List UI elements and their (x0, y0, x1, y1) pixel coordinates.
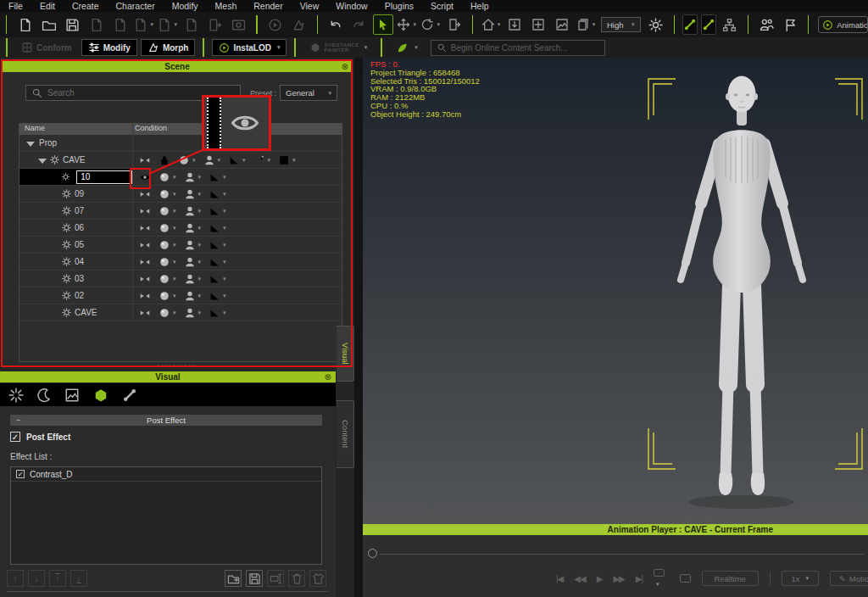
material-sphere-icon[interactable] (159, 307, 170, 319)
dropdown-arrow-icon[interactable]: ▾ (174, 21, 177, 28)
tab-background-icon[interactable] (64, 388, 80, 403)
character-model[interactable] (363, 58, 868, 524)
move-up-button[interactable]: ↑ (7, 570, 24, 587)
camera-view-button[interactable] (552, 14, 572, 35)
save-effect-button[interactable] (246, 570, 263, 587)
menu-render[interactable]: Render (245, 1, 291, 11)
material-sphere-icon[interactable] (159, 239, 170, 251)
scale-tool-button[interactable] (444, 14, 465, 35)
dropdown-arrow-icon[interactable]: ▾ (242, 157, 246, 164)
conform-button[interactable]: Conform (15, 39, 78, 56)
material-sphere-icon[interactable] (159, 290, 170, 302)
realtime-button[interactable]: Realtime (702, 571, 759, 586)
modify-button[interactable]: Modify (81, 39, 137, 56)
zoom-extents-button[interactable] (528, 14, 548, 35)
tab-atmosphere-icon[interactable] (8, 388, 24, 403)
material-sphere-icon[interactable] (159, 256, 170, 268)
scene-search-input[interactable]: Search (25, 85, 241, 101)
timeline-playhead[interactable] (368, 549, 377, 558)
dropdown-arrow-icon[interactable]: ▾ (413, 21, 416, 28)
tree-expander-icon[interactable] (38, 159, 47, 164)
dropdown-arrow-icon[interactable]: ▾ (173, 174, 176, 181)
avatar-icon[interactable] (184, 290, 196, 302)
wireframe-icon[interactable] (209, 239, 220, 251)
tree-row-05[interactable]: 05 ▾▾▾ (19, 237, 342, 254)
tree-row-cave-child[interactable]: CAVE ▾▾▾ (19, 304, 342, 321)
skeleton-hierarchy-button[interactable] (720, 14, 740, 35)
tab-posteffect-icon-active[interactable] (92, 387, 109, 404)
side-tab-content[interactable]: Content (337, 400, 354, 468)
menu-create[interactable]: Create (64, 1, 108, 11)
post-effect-section-header[interactable]: − Post Effect (10, 415, 322, 426)
material-sphere-icon[interactable] (159, 188, 170, 200)
player-resize-handle[interactable]: ·········· (685, 517, 725, 522)
wireframe-icon[interactable] (209, 290, 220, 302)
motion-button[interactable]: ✎Motion (830, 571, 868, 586)
grid-icon[interactable] (278, 154, 290, 166)
move-tool-button[interactable]: ▾ (397, 14, 417, 35)
lock-icon[interactable] (159, 154, 170, 166)
menu-help[interactable]: Help (462, 1, 498, 11)
dropdown-arrow-icon[interactable]: ▾ (364, 44, 368, 51)
last-frame-button[interactable]: ▶| (636, 574, 643, 583)
characters-button[interactable] (756, 14, 776, 35)
close-icon[interactable]: ⊗ (325, 371, 331, 382)
menu-edit[interactable]: Edit (31, 1, 64, 11)
open-project-button[interactable] (38, 14, 58, 35)
dropdown-arrow-icon[interactable]: ▾ (277, 44, 281, 51)
select-tool-button[interactable] (373, 14, 393, 35)
dropdown-arrow-icon[interactable]: ▾ (198, 174, 202, 181)
avatar-icon[interactable] (184, 239, 196, 251)
apply-effect-button[interactable] (309, 570, 326, 587)
menu-file[interactable]: File (0, 1, 31, 11)
material-sphere-icon[interactable] (159, 205, 170, 217)
export-usd-button[interactable] (181, 14, 201, 35)
menu-view[interactable]: View (292, 1, 328, 11)
comment-button[interactable] (680, 574, 690, 583)
home-view-button[interactable]: ▾ (481, 14, 501, 35)
dropdown-arrow-icon[interactable]: ▾ (223, 174, 226, 181)
avatar-icon[interactable] (184, 222, 196, 234)
viewport-3d[interactable]: FPS : 0. Project Triangle : 658468 Selec… (363, 58, 868, 524)
wireframe-icon[interactable] (209, 307, 220, 319)
visibility-off-icon[interactable] (139, 307, 151, 319)
tree-row-04[interactable]: 04 ▾▾▾ (19, 254, 342, 271)
send-to-button[interactable] (204, 14, 225, 35)
visibility-off-icon[interactable] (139, 290, 151, 302)
dropdown-arrow-icon[interactable]: ▾ (593, 21, 596, 28)
scene-panel-header[interactable]: Scene ⊗ (2, 61, 353, 72)
visibility-off-icon[interactable] (139, 222, 151, 234)
fast-forward-button[interactable]: ▶▶ (613, 574, 624, 583)
move-bottom-button[interactable]: ↓ (70, 570, 87, 587)
material-sphere-icon[interactable] (159, 222, 170, 234)
wireframe-icon[interactable] (228, 154, 240, 166)
tree-row-02[interactable]: 02 ▾▾▾ (19, 287, 342, 304)
column-name[interactable]: Name (19, 124, 132, 135)
substance-painter-button[interactable]: SUBSTANCE PAINTER ▾ (303, 39, 373, 56)
play-button[interactable]: ▶ (597, 574, 603, 583)
tree-row-10-selected[interactable]: 10 ▾ ▾ ▾ (19, 169, 342, 186)
rotate-tool-button[interactable]: ▾ (420, 14, 441, 35)
visibility-off-icon[interactable] (139, 188, 151, 200)
visibility-off-icon[interactable] (139, 256, 151, 268)
flag-button[interactable] (780, 14, 800, 35)
visual-panel-header[interactable]: Visual ⊗ (0, 371, 336, 382)
effect-checkbox[interactable]: ✓ (16, 470, 25, 478)
avatar-icon[interactable] (184, 171, 196, 183)
avatar-icon[interactable] (184, 256, 196, 268)
online-content-search[interactable]: Begin Online Content Search... (431, 40, 605, 56)
move-down-button[interactable]: ↓ (28, 570, 45, 587)
instalod-button[interactable]: InstaLOD ▾ (212, 39, 287, 56)
rewind-button[interactable]: ◀◀ (574, 574, 585, 583)
tree-row-06[interactable]: 06 ▾▾▾ (19, 220, 342, 237)
save-project-button[interactable] (62, 14, 82, 35)
wireframe-icon[interactable] (209, 256, 220, 268)
visibility-off-icon[interactable] (139, 239, 151, 251)
undo-button[interactable] (326, 14, 346, 35)
visibility-off-icon[interactable] (139, 273, 151, 285)
quality-dropdown[interactable]: High ▾ (601, 17, 641, 32)
material-sphere-icon[interactable] (159, 273, 170, 285)
tab-bone-icon[interactable] (122, 388, 137, 403)
dropdown-arrow-icon[interactable]: ▾ (437, 21, 440, 28)
menu-mesh[interactable]: Mesh (207, 1, 246, 11)
